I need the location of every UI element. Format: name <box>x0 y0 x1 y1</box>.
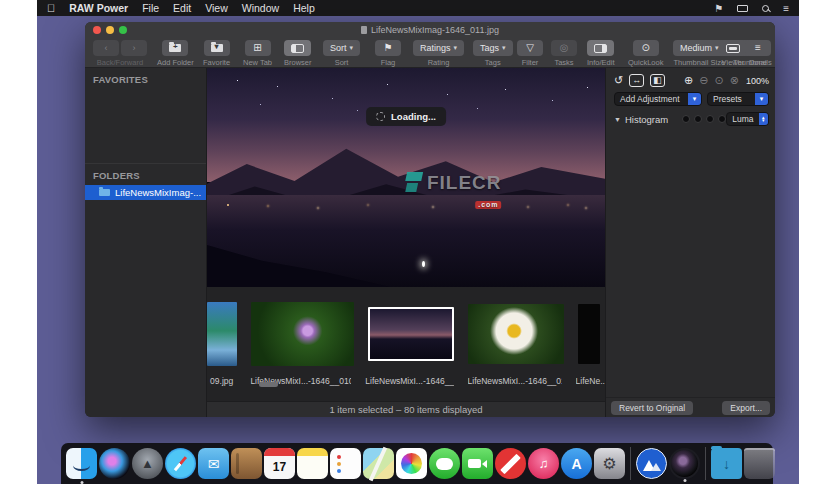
quicklook-group: ⊙ QuickLook <box>628 40 663 67</box>
chevron-down-icon: ▾ <box>350 44 354 52</box>
dock-icon-contacts[interactable] <box>231 448 262 479</box>
dock-icon-camera-app[interactable] <box>669 448 700 479</box>
adjust-icon[interactable]: ◧ <box>650 74 665 87</box>
favorites-header: FAVORITES <box>85 68 206 89</box>
apple-menu-icon[interactable]:  <box>47 2 55 14</box>
dock-icon-siri[interactable] <box>99 448 130 479</box>
channel-dot[interactable] <box>682 115 690 123</box>
revert-to-original-button[interactable]: Revert to Original <box>611 401 693 415</box>
dock-icon-mail[interactable]: ✉ <box>198 448 229 479</box>
dock-icon-raw-power[interactable] <box>636 448 667 479</box>
dock-icon-facetime[interactable] <box>462 448 493 479</box>
dock-icon-photos[interactable] <box>396 448 427 479</box>
ratings-group: Ratings▾ Rating <box>413 40 464 67</box>
dock-icon-launchpad[interactable]: ▲ <box>132 448 163 479</box>
presets-dropdown[interactable]: Presets ▾ <box>707 92 769 106</box>
thumbnail-dark[interactable] <box>578 304 600 364</box>
dock-icon-trash[interactable] <box>744 448 775 479</box>
flag-icon: ⚑ <box>384 43 393 53</box>
menu-file[interactable]: File <box>142 2 159 14</box>
thumbnail-row <box>207 300 605 368</box>
rotate-icon[interactable]: ↺ <box>614 74 623 87</box>
info-edit-group: Info/Edit <box>587 40 615 67</box>
menu-edit[interactable]: Edit <box>173 2 191 14</box>
info-edit-button[interactable] <box>587 40 614 56</box>
dock-icon-finder[interactable] <box>66 448 97 479</box>
zoom-level: 100% <box>746 76 769 86</box>
dock-icon-system-preferences[interactable]: ⚙ <box>594 448 625 479</box>
export-button[interactable]: Export... <box>722 401 770 415</box>
tasks-button[interactable]: ◎ <box>551 40 577 56</box>
dock-icon-maps[interactable] <box>363 448 394 479</box>
dock-icon-messages[interactable] <box>429 448 460 479</box>
flip-icon[interactable]: ↔ <box>629 74 644 87</box>
thumbnail-item[interactable] <box>468 304 564 364</box>
menu-window[interactable]: Window <box>242 2 279 14</box>
zoom-in-icon[interactable]: ⊕ <box>684 74 693 87</box>
filter-button[interactable]: ▽ <box>517 40 543 56</box>
dock-icon-notes[interactable] <box>297 448 328 479</box>
chevron-down-icon: ▾ <box>688 93 701 105</box>
channel-dot[interactable] <box>706 115 714 123</box>
quicklook-button[interactable]: ⊙ <box>633 40 659 56</box>
photo-viewer[interactable]: Loading... FILECR .com <box>207 68 605 287</box>
ratings-dropdown[interactable]: Ratings▾ <box>413 40 464 56</box>
notification-center-icon[interactable]: ≡ <box>783 3 789 14</box>
channel-dot[interactable] <box>694 115 702 123</box>
filmstrip-scrollbar[interactable] <box>259 382 278 387</box>
document-icon <box>361 26 367 34</box>
adjustment-row: Add Adjustment ▾ Presets ▾ <box>614 92 769 106</box>
dock-icon-calendar[interactable]: 17 <box>264 448 295 479</box>
filter-funnel-icon: ▽ <box>526 43 534 53</box>
zoom-actual-icon[interactable]: ⊗ <box>730 74 739 87</box>
flag-button[interactable]: ⚑ <box>375 40 401 56</box>
inspector-panel: ↺ ↔ ◧ ⊕ ⊖ ⊙ ⊗ 100% Add Adjustment ▾ <box>605 68 775 417</box>
sidebar: FAVORITES FOLDERS LifeNewsMixImag-... <box>85 68 207 417</box>
menu-view[interactable]: View <box>205 2 228 14</box>
forward-button[interactable]: › <box>121 40 147 56</box>
thumbnail-item[interactable] <box>578 304 600 364</box>
favorite-button[interactable]: ▾ <box>204 40 230 56</box>
new-tab-button[interactable]: ⊞ <box>245 40 271 56</box>
dock-icon-app-store[interactable]: A <box>561 448 592 479</box>
thumbnail-night-scene[interactable] <box>368 307 454 361</box>
status-flag-icon[interactable]: ⚑ <box>714 3 723 14</box>
thumbnail-item[interactable] <box>251 302 354 366</box>
dock-icon-blocked-app[interactable] <box>495 448 526 479</box>
thumbnail-daisy[interactable] <box>468 304 564 364</box>
dock-icon-downloads[interactable]: ↓ <box>711 448 742 479</box>
done-button[interactable]: ≡ <box>745 40 771 56</box>
tags-dropdown[interactable]: Tags▾ <box>473 40 513 56</box>
filmstrip: 09.jpg LifeNewsMixI...-1646__010.jpg Lif… <box>207 287 605 401</box>
zoom-fit-icon[interactable]: ⊙ <box>715 74 724 87</box>
sidebar-item-folder[interactable]: LifeNewsMixImag-... <box>85 185 206 200</box>
thumbnail-size-dropdown[interactable]: Medium▾ <box>673 40 726 56</box>
thumbnail-purple-flower[interactable] <box>251 302 354 366</box>
add-folder-button[interactable]: + <box>162 40 188 56</box>
thumbnail-item[interactable] <box>207 302 237 366</box>
dock-icon-safari[interactable] <box>165 448 196 479</box>
browser-button[interactable] <box>284 40 311 56</box>
browser-area: Loading... FILECR .com <box>207 68 605 417</box>
zoom-out-icon[interactable]: ⊖ <box>699 74 708 87</box>
dock-icon-reminders[interactable] <box>330 448 361 479</box>
thumbnail-size-group: Medium▾ Thumbnail Size <box>673 40 726 67</box>
thumbnail-item-selected[interactable] <box>368 307 454 361</box>
sort-dropdown[interactable]: Sort▾ <box>323 40 360 56</box>
thumbnail-waterfall[interactable] <box>207 302 237 366</box>
viewer-button[interactable] <box>719 40 747 56</box>
histogram-channel-dropdown[interactable]: Luma ▴▾ <box>726 112 769 126</box>
menu-help[interactable]: Help <box>293 2 315 14</box>
dock-icon-itunes[interactable]: ♫ <box>528 448 559 479</box>
add-adjustment-dropdown[interactable]: Add Adjustment ▾ <box>614 92 702 106</box>
display-status-icon[interactable] <box>737 5 748 12</box>
app-menu[interactable]: RAW Power <box>69 2 128 14</box>
channel-dot[interactable] <box>718 115 726 123</box>
disclosure-triangle-icon[interactable]: ▼ <box>614 116 621 123</box>
toolbar: ‹ › Back/Forward + Add Folder ▾ Favorite… <box>85 38 775 68</box>
done-group: ≡ Done <box>745 40 771 67</box>
sliders-icon: ≡ <box>755 43 761 53</box>
status-bar: 1 item selected – 80 items displayed <box>207 401 605 417</box>
back-button[interactable]: ‹ <box>93 40 119 56</box>
spotlight-search-icon[interactable] <box>762 5 769 12</box>
